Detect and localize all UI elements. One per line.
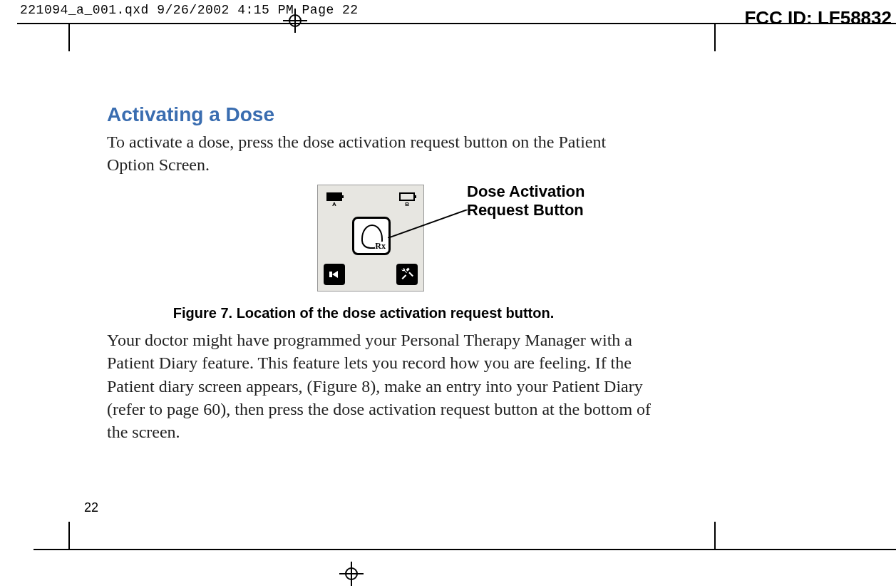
figure-caption: Figure 7. Location of the dose activatio… bbox=[107, 305, 620, 321]
crop-tick bbox=[714, 23, 716, 51]
section-heading: Activating a Dose bbox=[107, 103, 656, 126]
tools-icon bbox=[401, 267, 413, 282]
figure-7: A B Rx bbox=[107, 181, 656, 302]
crop-line-bottom bbox=[34, 549, 896, 550]
battery-a-label: A bbox=[332, 201, 336, 207]
dose-activation-request-button[interactable]: Rx bbox=[352, 217, 391, 255]
tools-button[interactable] bbox=[396, 264, 418, 285]
callout-label: Dose Activation Request Button bbox=[467, 182, 624, 220]
page-number: 22 bbox=[84, 500, 98, 515]
speaker-icon bbox=[329, 271, 339, 278]
battery-b-label: B bbox=[405, 201, 409, 207]
battery-b-icon bbox=[399, 192, 415, 201]
device-screen: A B Rx bbox=[317, 185, 424, 292]
fcc-id-label: FCC ID: LF58832 bbox=[744, 7, 892, 29]
rx-head-icon: Rx bbox=[361, 225, 381, 247]
crop-line-top bbox=[17, 23, 896, 24]
registration-mark bbox=[339, 562, 364, 586]
sound-button[interactable] bbox=[324, 264, 345, 285]
print-slug: 221094_a_001.qxd 9/26/2002 4:15 PM Page … bbox=[20, 3, 359, 17]
battery-a-icon bbox=[326, 192, 342, 201]
crop-tick bbox=[68, 522, 70, 549]
intro-paragraph: To activate a dose, press the dose activ… bbox=[107, 130, 656, 177]
callout-leader-line bbox=[388, 210, 468, 238]
crop-tick bbox=[714, 522, 716, 549]
rx-label: Rx bbox=[375, 242, 386, 250]
page-content: Activating a Dose To activate a dose, pr… bbox=[107, 103, 656, 444]
svg-line-0 bbox=[388, 210, 468, 238]
crop-tick bbox=[68, 23, 70, 51]
registration-mark bbox=[283, 9, 307, 33]
body-paragraph-2: Your doctor might have programmed your P… bbox=[107, 329, 656, 444]
